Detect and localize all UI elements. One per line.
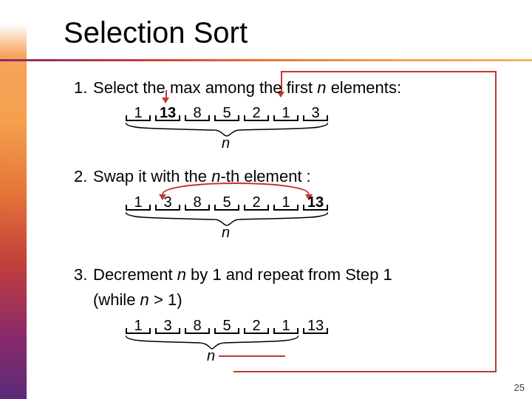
step-3-cont-b: > 1) [149, 290, 183, 309]
cell: 1 [126, 103, 151, 121]
step-3-n1: n [177, 265, 186, 284]
step-3: 3.Decrement n by 1 and repeat from Step … [74, 265, 488, 284]
slide-title: Selection Sort [64, 16, 248, 50]
brace-row-1: n [126, 123, 328, 142]
cell-value: 8 [193, 194, 201, 210]
cells-row-1: 1 13 8 5 2 1 3 [126, 103, 488, 121]
cell: 8 [185, 316, 210, 334]
step-3-n2: n [140, 290, 149, 309]
cell-value: 3 [163, 194, 171, 210]
array-row-1: 1 13 8 5 2 1 3 n [126, 103, 488, 148]
page-number: 25 [514, 382, 525, 393]
cell-value: 2 [252, 317, 260, 333]
cell: 1 [126, 193, 151, 211]
cell-value: 1 [282, 317, 290, 333]
cell-value: 2 [252, 104, 260, 120]
cell: 13 [155, 103, 180, 121]
cells-row-2: 1 3 8 5 2 1 13 [126, 193, 488, 211]
cell: 1 [273, 103, 299, 121]
cell-value: 1 [282, 104, 290, 120]
cell: 1 [126, 316, 151, 334]
brace-row-3: n [126, 335, 299, 355]
cell: 13 [303, 193, 328, 211]
cell: 13 [303, 316, 328, 334]
cell-value: 8 [193, 317, 201, 333]
cell: 5 [214, 103, 239, 121]
cell-value: 1 [134, 194, 142, 210]
cell-value: 3 [311, 104, 319, 120]
step-1-number: 1. [74, 78, 93, 98]
cell-value: 13 [160, 104, 176, 120]
step-1-n: n [317, 78, 326, 97]
cell: 3 [155, 193, 180, 211]
step-3-number: 3. [74, 265, 93, 284]
cell: 2 [244, 103, 269, 121]
cell: 1 [273, 193, 299, 211]
cell-value: 1 [134, 104, 142, 120]
n-label: n [222, 224, 230, 241]
cell: 2 [244, 316, 269, 334]
step-1-text-a: Select the max among the first [93, 78, 317, 97]
cell-value: 5 [222, 104, 231, 120]
n-label: n [207, 347, 215, 364]
step-2-number: 2. [74, 167, 93, 186]
cell: 8 [185, 193, 210, 211]
title-underline [0, 59, 532, 61]
step-3-text-b: by 1 and repeat from Step 1 [186, 265, 392, 284]
cell-value: 1 [134, 317, 142, 333]
cell-value: 13 [307, 194, 324, 210]
cell: 2 [244, 193, 269, 211]
cell: 1 [273, 316, 299, 334]
step-3-cont-a: (while [93, 290, 140, 309]
array-row-3: 1 3 8 5 2 1 13 n [126, 316, 488, 366]
step-3-continuation: (while n > 1) [74, 290, 488, 310]
step-3-text-a: Decrement [93, 265, 177, 284]
cell: 5 [214, 193, 239, 211]
n-label: n [222, 134, 230, 151]
cell: 3 [303, 103, 328, 121]
step-1-text-b: elements: [327, 78, 402, 97]
cell-value: 3 [163, 317, 171, 333]
cell: 5 [214, 316, 239, 334]
cell-value: 13 [307, 317, 324, 333]
cell: 3 [155, 316, 180, 334]
cell-value: 2 [252, 194, 260, 210]
cell: 8 [185, 103, 210, 121]
array-row-2: 1 3 8 5 2 1 13 n [126, 193, 488, 252]
cell-value: 1 [282, 194, 290, 210]
cell-value: 8 [193, 104, 201, 120]
brace-row-2: n [126, 212, 328, 231]
cells-row-3: 1 3 8 5 2 1 13 [126, 316, 488, 334]
step-1: 1.Select the max among the first n eleme… [74, 78, 488, 98]
cell-value: 5 [222, 194, 231, 210]
cell-value: 5 [222, 317, 231, 333]
